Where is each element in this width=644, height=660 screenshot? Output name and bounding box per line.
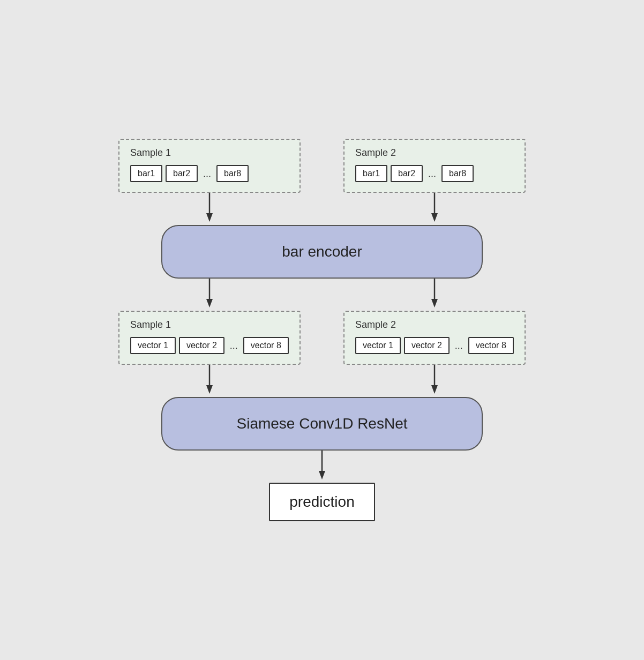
sample1-bar2: bar2 bbox=[166, 165, 198, 182]
arrow-left-to-siamese bbox=[118, 365, 301, 397]
sample2-top-items: bar1 bar2 ... bar8 bbox=[355, 165, 514, 182]
sample1-vector2: vector 2 bbox=[179, 337, 224, 354]
bar-encoder-label: bar encoder bbox=[282, 243, 362, 260]
svg-marker-3 bbox=[431, 213, 438, 222]
sample1-bottom-dots: ... bbox=[228, 340, 240, 351]
sample2-bottom-dots: ... bbox=[453, 340, 465, 351]
arrow-left-from-encoder bbox=[118, 279, 301, 311]
arrow-left-to-encoder bbox=[118, 193, 301, 225]
arrows-to-encoder bbox=[54, 193, 590, 225]
prediction-label: prediction bbox=[289, 493, 354, 510]
svg-marker-9 bbox=[206, 385, 213, 394]
siamese-box: Siamese Conv1D ResNet bbox=[161, 397, 483, 451]
sample1-dots: ... bbox=[201, 168, 213, 179]
sample2-dots: ... bbox=[426, 168, 438, 179]
sample2-vector8: vector 8 bbox=[468, 337, 514, 354]
sample2-bottom-items: vector 1 vector 2 ... vector 8 bbox=[355, 337, 514, 354]
bar-encoder-box: bar encoder bbox=[161, 225, 483, 279]
sample2-bottom-label: Sample 2 bbox=[355, 319, 514, 331]
arrows-to-siamese bbox=[54, 365, 590, 397]
svg-marker-1 bbox=[206, 213, 213, 222]
svg-marker-11 bbox=[431, 385, 438, 394]
bottom-samples-row: Sample 1 vector 1 vector 2 ... vector 8 … bbox=[54, 311, 590, 365]
sample2-top-box: Sample 2 bar1 bar2 ... bar8 bbox=[343, 139, 526, 193]
sample1-bottom-items: vector 1 vector 2 ... vector 8 bbox=[130, 337, 289, 354]
sample2-vector1: vector 1 bbox=[355, 337, 401, 354]
top-samples-row: Sample 1 bar1 bar2 ... bar8 Sample 2 bar… bbox=[54, 139, 590, 193]
sample1-vector1: vector 1 bbox=[130, 337, 176, 354]
svg-marker-5 bbox=[206, 299, 213, 308]
siamese-label: Siamese Conv1D ResNet bbox=[236, 415, 407, 432]
sample1-top-label: Sample 1 bbox=[130, 147, 289, 159]
sample2-vector2: vector 2 bbox=[404, 337, 450, 354]
sample2-bar1: bar1 bbox=[355, 165, 387, 182]
sample1-bar1: bar1 bbox=[130, 165, 162, 182]
sample2-bar2: bar2 bbox=[391, 165, 423, 182]
sample1-top-items: bar1 bar2 ... bar8 bbox=[130, 165, 289, 182]
arrow-right-to-encoder bbox=[343, 193, 526, 225]
architecture-diagram: Sample 1 bar1 bar2 ... bar8 Sample 2 bar… bbox=[54, 139, 590, 521]
svg-marker-13 bbox=[319, 471, 325, 479]
sample1-bottom-box: Sample 1 vector 1 vector 2 ... vector 8 bbox=[118, 311, 301, 365]
svg-marker-7 bbox=[431, 299, 438, 308]
sample1-vector8: vector 8 bbox=[243, 337, 289, 354]
sample1-top-box: Sample 1 bar1 bar2 ... bar8 bbox=[118, 139, 301, 193]
sample2-bottom-box: Sample 2 vector 1 vector 2 ... vector 8 bbox=[343, 311, 526, 365]
sample1-bottom-label: Sample 1 bbox=[130, 319, 289, 331]
arrow-right-from-encoder bbox=[343, 279, 526, 311]
arrow-right-to-siamese bbox=[343, 365, 526, 397]
sample2-bar8: bar8 bbox=[441, 165, 474, 182]
sample1-bar8: bar8 bbox=[216, 165, 249, 182]
sample2-top-label: Sample 2 bbox=[355, 147, 514, 159]
prediction-box: prediction bbox=[269, 483, 375, 521]
arrow-to-prediction bbox=[54, 451, 590, 483]
arrows-from-encoder bbox=[54, 279, 590, 311]
